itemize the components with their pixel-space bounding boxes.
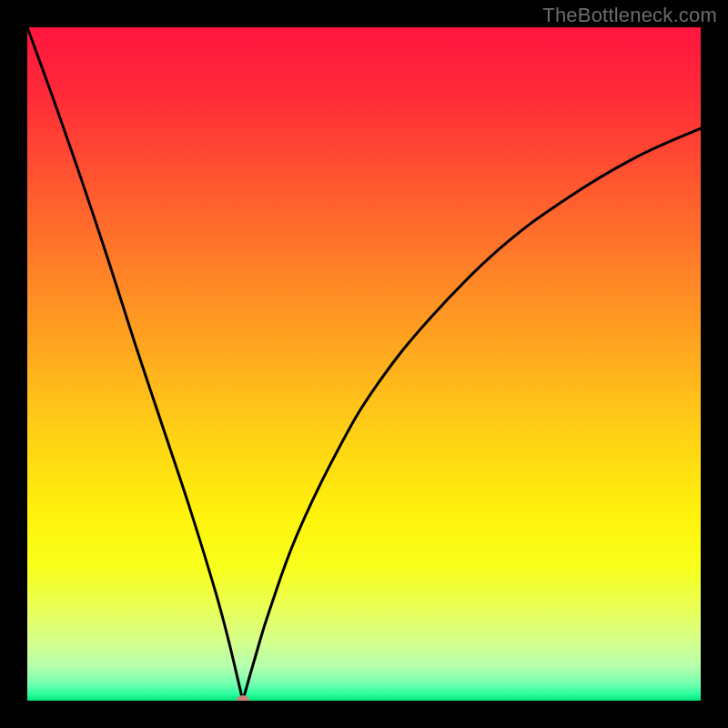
bottleneck-curve: [27, 27, 701, 701]
optimal-point-marker: [237, 695, 249, 701]
watermark-text: TheBottleneck.com: [542, 4, 717, 27]
outer-frame: TheBottleneck.com: [0, 0, 728, 728]
plot-area: [27, 27, 701, 701]
curve-layer: [27, 27, 701, 701]
